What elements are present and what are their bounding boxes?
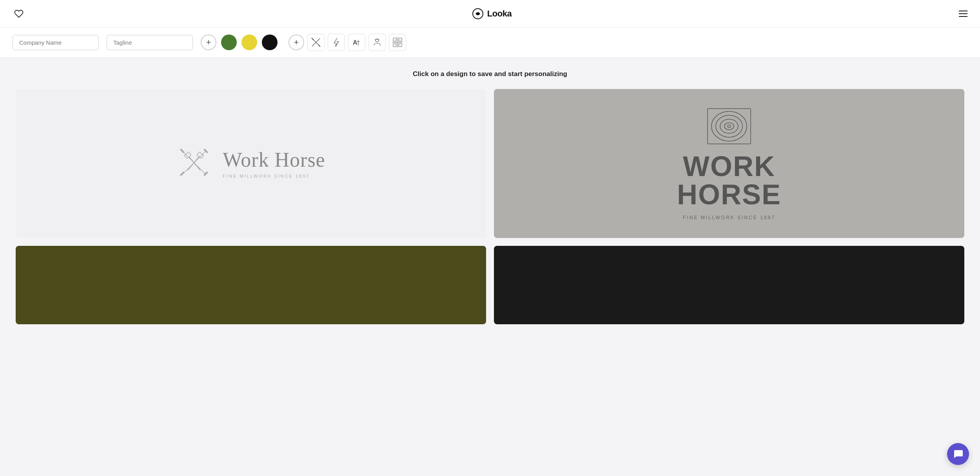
- color-black[interactable]: [262, 35, 278, 50]
- icon-crossed-tools[interactable]: [307, 34, 325, 51]
- card2-layout: WORK HORSE FINE MILLWORK SINCE 1897: [677, 107, 781, 220]
- logo-grid: Work Horse FINE MILLWORK SINCE 1897: [16, 89, 964, 324]
- card2-wood-icon: [706, 107, 753, 146]
- icon-farmer[interactable]: [368, 34, 386, 51]
- svg-point-9: [396, 40, 399, 44]
- svg-point-18: [711, 111, 747, 141]
- brand-name-input[interactable]: Work Horse: [13, 35, 99, 50]
- svg-point-10: [397, 42, 398, 43]
- logo: Looka: [472, 8, 512, 19]
- looka-logo-text: Looka: [487, 9, 512, 19]
- add-color-button[interactable]: +: [201, 35, 216, 50]
- chat-button[interactable]: [947, 443, 969, 465]
- logo-card-4[interactable]: [494, 246, 964, 324]
- hamburger-menu[interactable]: [959, 11, 967, 17]
- icon-section: + A: [289, 34, 406, 51]
- page-instruction: Click on a design to save and start pers…: [16, 70, 964, 78]
- svg-rect-17: [708, 109, 751, 144]
- color-yellow[interactable]: [241, 35, 257, 50]
- card1-text: Work Horse FINE MILLWORK SINCE 1897: [223, 149, 325, 178]
- svg-point-21: [724, 123, 734, 130]
- card1-title: Work Horse: [223, 149, 325, 171]
- header: Looka: [0, 0, 980, 27]
- favorites-button[interactable]: [13, 7, 25, 20]
- color-section: +: [201, 35, 278, 50]
- card2-title-line1: WORK: [677, 152, 781, 180]
- card1-subtitle: FINE MILLWORK SINCE 1897: [223, 174, 325, 178]
- card1-icon: [176, 145, 212, 182]
- color-green[interactable]: [221, 35, 237, 50]
- tagline-input[interactable]: Fine millwork since 18: [107, 35, 193, 50]
- logo-card-2[interactable]: WORK HORSE FINE MILLWORK SINCE 1897: [494, 89, 964, 238]
- svg-point-20: [720, 119, 738, 133]
- svg-point-22: [728, 125, 731, 127]
- main-content: Click on a design to save and start pers…: [0, 58, 980, 337]
- card2-title-block: WORK HORSE: [677, 152, 781, 209]
- svg-text:A: A: [353, 39, 358, 46]
- card2-subtitle: FINE MILLWORK SINCE 1897: [683, 215, 775, 220]
- looka-logo-icon: [472, 8, 483, 19]
- icon-typography[interactable]: A: [348, 34, 365, 51]
- add-icon-button[interactable]: +: [289, 35, 304, 50]
- svg-point-19: [716, 115, 742, 137]
- icon-wood-grain[interactable]: [389, 34, 406, 51]
- svg-point-8: [394, 39, 401, 45]
- logo-card-1[interactable]: Work Horse FINE MILLWORK SINCE 1897: [16, 89, 486, 238]
- logo-card-3[interactable]: [16, 246, 486, 324]
- header-left: [13, 7, 25, 20]
- card2-title-line2: HORSE: [677, 180, 781, 209]
- card1-layout: Work Horse FINE MILLWORK SINCE 1897: [176, 145, 325, 182]
- icon-lightning[interactable]: [328, 34, 345, 51]
- header-right: [959, 11, 967, 17]
- chat-icon: [953, 449, 964, 460]
- toolbar: Work Horse Fine millwork since 18 + + A: [0, 27, 980, 58]
